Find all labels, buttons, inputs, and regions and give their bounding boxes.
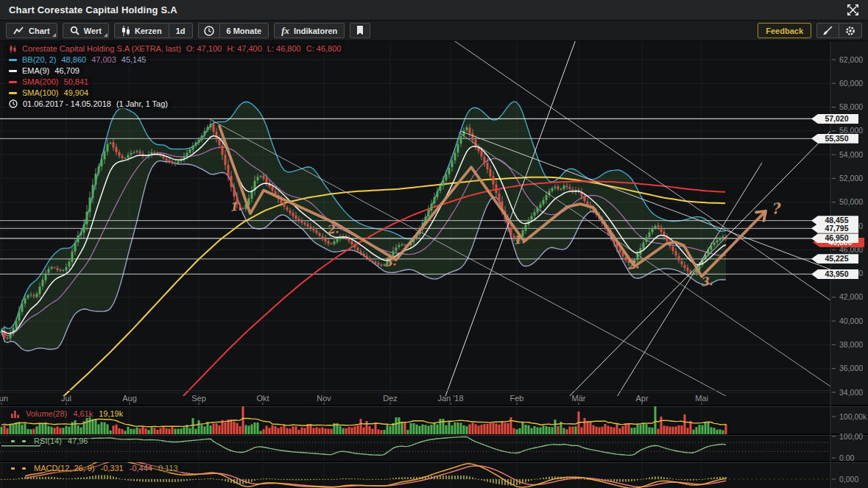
price-level-tag[interactable]: 47,795: [811, 224, 858, 233]
chevron-down-icon: [52, 33, 56, 37]
settings-button[interactable]: [839, 24, 861, 38]
price-level-tag[interactable]: 46,950: [811, 233, 858, 243]
fx-icon: fx: [281, 25, 289, 37]
rsi-line-icon: [22, 440, 26, 442]
volume-panel-label[interactable]: Volume(28) 4,61k 19,19k: [7, 409, 127, 418]
svg-text:1.: 1.: [228, 199, 242, 214]
gear-icon: [845, 26, 855, 36]
date-range: 01.06.2017 - 14.05.2018: [23, 99, 111, 108]
legend-sma100-row[interactable]: SMA(100) 49,904: [6, 88, 93, 98]
svg-text:0.00: 0.00: [839, 453, 855, 462]
svg-text:40,000: 40,000: [839, 317, 863, 325]
ema-name: EMA(9): [22, 66, 49, 75]
title-bar: Chart Corestate Capital Holding S.A: [0, 0, 868, 21]
svg-text:Apr: Apr: [635, 394, 648, 403]
svg-text:Feb: Feb: [510, 394, 524, 403]
volume-average: 19,19k: [99, 409, 123, 418]
macd-line-icon: [22, 467, 26, 470]
date-range-detail: (1 Jahr, 1 Tag): [116, 99, 168, 108]
candlestick-icon: [121, 26, 130, 36]
bookmark-button[interactable]: [350, 24, 370, 38]
bookmark-icon: [356, 26, 364, 35]
svg-text:Sep: Sep: [191, 394, 206, 403]
sma100-name: SMA(100): [22, 88, 59, 97]
svg-text:100,00k: 100,00k: [839, 412, 867, 421]
candle-style-button[interactable]: Kerzen: [115, 24, 169, 38]
svg-text:42,000: 42,000: [839, 292, 863, 301]
svg-text:38,000: 38,000: [839, 340, 863, 349]
price-level-tag[interactable]: 57,020: [811, 114, 858, 124]
sma100-value: 49,904: [64, 88, 89, 97]
svg-text:Mär: Mär: [572, 394, 586, 403]
svg-text:54,000: 54,000: [839, 150, 863, 159]
legend-symbol-row[interactable]: Corestate Capital Holding S.A (XETRA, la…: [6, 43, 345, 54]
svg-text:3.: 3.: [383, 254, 397, 269]
price-level-tag[interactable]: 45,225: [811, 254, 858, 264]
chart-type-button[interactable]: Chart: [7, 24, 57, 38]
svg-text:60,000: 60,000: [839, 79, 863, 88]
sma200-name: SMA(200): [22, 77, 59, 86]
ema-line-icon: [9, 70, 17, 72]
time-button[interactable]: [199, 24, 219, 38]
feedback-label: Feedback: [766, 26, 803, 35]
svg-text:Jun: Jun: [0, 394, 8, 403]
price-level-tag[interactable]: 43,950: [811, 269, 858, 279]
sma200-value: 50,841: [64, 77, 89, 86]
macd-panel-label[interactable]: MACD(12, 26, 9) -0,331 -0,444 0,113: [7, 464, 182, 473]
chart-type-label: Chart: [29, 26, 50, 35]
macd-hist-value: 0,113: [158, 464, 178, 473]
svg-text:3.: 3.: [699, 274, 713, 289]
chart-toolbar: Chart Wert Kerze: [0, 21, 868, 41]
feedback-button[interactable]: Feedback: [758, 23, 811, 38]
chevron-down-icon: [104, 33, 107, 37]
legend-ema-row[interactable]: EMA(9) 46,709: [6, 66, 84, 76]
bb-mid-value: 47,003: [91, 55, 116, 64]
symbol-name: Corestate Capital Holding S.A (XETRA, la…: [22, 44, 181, 53]
symbol-search-button[interactable]: Wert: [63, 24, 108, 38]
svg-text:Jan '18: Jan '18: [437, 394, 463, 403]
svg-text:52,000: 52,000: [839, 174, 863, 183]
candle-style-label: Kerzen: [135, 26, 162, 35]
legend-range-row[interactable]: 01.06.2017 - 14.05.2018 (1 Jahr, 1 Tag): [6, 99, 172, 109]
symbol-search-label: Wert: [84, 26, 102, 35]
brush-icon: [823, 26, 833, 35]
svg-text:Aug: Aug: [122, 394, 137, 403]
fullscreen-button[interactable]: [847, 4, 859, 16]
clock-icon: [204, 26, 214, 36]
close-value: C: 46,800: [306, 44, 342, 53]
rsi-value: 47,96: [68, 436, 88, 445]
svg-text:56,000: 56,000: [839, 126, 863, 135]
search-icon: [70, 26, 80, 35]
price-level-tag[interactable]: 55,350: [811, 134, 858, 144]
fullscreen-expand-icon: [847, 4, 859, 16]
svg-text:Mai: Mai: [695, 394, 708, 403]
drawing-tools-button[interactable]: [817, 24, 839, 38]
sma200-line-icon: [9, 81, 17, 83]
legend-bb-row[interactable]: BB(20, 2) 48,860 47,003 45,145: [6, 54, 150, 65]
line-chart-icon: [13, 26, 24, 35]
bb-upper-value: 48,860: [61, 55, 86, 64]
indicators-button[interactable]: fx Indikatoren: [275, 24, 344, 38]
volume-current: 4,61k: [73, 409, 93, 418]
bb-lower-value: 45,145: [121, 55, 147, 64]
svg-text:62,000: 62,000: [839, 55, 863, 64]
chart-legend: Corestate Capital Holding S.A (XETRA, la…: [6, 43, 345, 110]
svg-text:36,000: 36,000: [839, 364, 863, 372]
bb-line-icon: [9, 59, 17, 61]
svg-text:100,00: 100,00: [839, 432, 863, 441]
svg-text:1.: 1.: [512, 232, 526, 247]
rsi-name: RSI(14): [34, 436, 62, 445]
candlestick-series-icon: [9, 45, 17, 53]
macd-value: -0,331: [101, 464, 124, 473]
period-button[interactable]: 6 Monate: [219, 24, 269, 38]
sma100-line-icon: [9, 92, 17, 94]
interval-button[interactable]: 1d: [169, 24, 192, 38]
svg-text:Jul: Jul: [61, 394, 71, 403]
svg-text:34,000: 34,000: [839, 388, 863, 397]
legend-sma200-row[interactable]: SMA(200) 50,841: [6, 77, 93, 87]
volume-name: Volume(28): [26, 409, 67, 418]
svg-text:Okt: Okt: [256, 394, 269, 403]
clock-icon: [9, 99, 18, 108]
svg-text:2.: 2.: [626, 257, 640, 272]
rsi-panel-label[interactable]: RSI(14) 47,96: [7, 436, 91, 445]
